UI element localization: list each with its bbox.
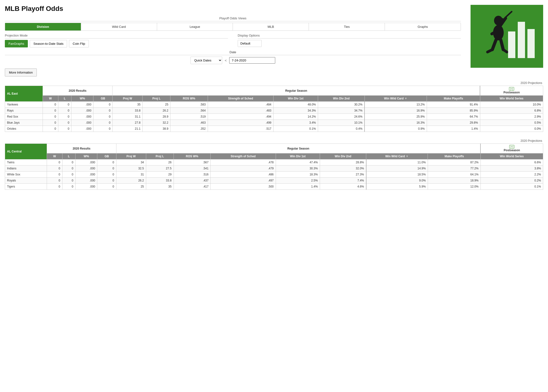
al-central-block: 2020 Projections AL Central 2020 Results… (5, 139, 543, 190)
table-row: Rays00.000033.826.2.564.48334.3%34.7%16.… (5, 108, 543, 114)
tab-division[interactable]: Division (5, 23, 81, 30)
btn-season-to-date[interactable]: Season-to-Date Stats (30, 40, 67, 47)
al-east-division-header: AL East (5, 86, 43, 102)
al-east-postseason-header: [+] Postseason (480, 86, 543, 96)
date-row: Quick Dates < (5, 57, 461, 64)
al-east-block: 2020 Projections AL East 2020 Results Re… (5, 81, 543, 132)
date-input[interactable] (229, 57, 275, 64)
al-east-results-header: 2020 Results (43, 86, 113, 96)
svg-line-10 (487, 50, 492, 52)
al-central-division-header: AL Central (5, 144, 47, 159)
svg-line-12 (503, 50, 507, 52)
tab-league[interactable]: League (157, 23, 233, 30)
col-w: W (43, 96, 58, 102)
al-east-proj-label: 2020 Projections (5, 81, 543, 85)
col-win-ws: Win World Series (480, 96, 543, 102)
col-win-div2: Win Div 2nd (318, 96, 365, 102)
col-win-wc: Win Wild Card ▼ (365, 96, 427, 102)
table-row: Tigers00.00002535.417.5001.4%4.6%5.9%12.… (5, 184, 543, 190)
col-proj-l: Proj L (143, 96, 170, 102)
more-info-button[interactable]: More Information (5, 68, 37, 76)
table-row: Yankees00.00003525.583.48448.0%30.2%13.2… (5, 102, 543, 108)
col-proj-w-c: Proj W (116, 153, 146, 159)
table-row: Blue Jays00.000027.832.2.463.4993.4%10.1… (5, 120, 543, 126)
tab-mlb[interactable]: MLB (233, 23, 309, 30)
col-sos-c: Strength of Sched (211, 153, 276, 159)
al-central-regular-season-header: Regular Season (116, 144, 480, 153)
col-ros-wpct: ROS W% (170, 96, 208, 102)
col-win-div1: Win Div 1st (274, 96, 318, 102)
expand-postseason-btn[interactable]: [+] (509, 87, 514, 91)
page-title: MLB Playoff Odds (5, 5, 461, 13)
display-select[interactable]: Default Expanded Compact (238, 40, 262, 47)
col-wpct: W% (71, 96, 93, 102)
btn-coin-flip[interactable]: Coin Flip (69, 40, 89, 47)
col-ros-wpct-c: ROS W% (174, 153, 211, 159)
col-sos: Strength of Sched (208, 96, 273, 102)
col-w-c: W (47, 153, 62, 159)
playoff-views-label: Playoff Odds Views (5, 16, 461, 21)
al-central-postseason-header: [+] Postseason (480, 144, 543, 153)
al-central-results-header: 2020 Results (47, 144, 116, 153)
quick-dates-select[interactable]: Quick Dates (190, 57, 222, 64)
table-row: Indians00.000032.527.5.541.47930.3%32.0%… (5, 166, 543, 172)
svg-line-7 (505, 12, 512, 18)
view-tabs: Division Wild Card League MLB Ties Graph… (5, 23, 461, 31)
col-proj-l-c: Proj L (146, 153, 174, 159)
col-l-c: L (62, 153, 75, 159)
al-central-table: AL Central 2020 Results Regular Season [… (5, 143, 543, 190)
date-label: Date (5, 50, 461, 55)
table-row: Twins00.00003426.567.47847.4%28.8%11.0%8… (5, 159, 543, 166)
hero-image (471, 5, 543, 68)
page-header: MLB Playoff Odds Playoff Odds Views Divi… (5, 5, 543, 76)
expand-postseason-central-btn[interactable]: [+] (509, 145, 514, 149)
table-row: Red Sox00.000031.128.9.519.49414.2%24.6%… (5, 114, 543, 120)
col-win-div2-c: Win Div 2nd (320, 153, 366, 159)
projection-mode-section: Projection Mode FanGraphs Season-to-Date… (5, 34, 228, 47)
svg-line-11 (501, 40, 503, 50)
date-nav-prev[interactable]: < (225, 59, 227, 62)
tab-graphs[interactable]: Graphs (385, 23, 461, 30)
table-row: Royals00.000026.233.8.437.4972.5%7.4%9.0… (5, 178, 543, 184)
al-east-table: AL East 2020 Results Regular Season [+] … (5, 86, 543, 132)
svg-rect-2 (508, 31, 515, 58)
display-options-section: Display Options Default Expanded Compact (238, 34, 461, 47)
col-win-ws-c: Win World Series (480, 153, 543, 159)
svg-rect-0 (518, 22, 525, 58)
col-l: L (58, 96, 71, 102)
col-make-playoffs: Make Playoffs (427, 96, 480, 102)
col-win-div1-c: Win Div 1st (276, 153, 320, 159)
al-east-regular-season-header: Regular Season (113, 86, 480, 96)
controls-section: Playoff Odds Views Division Wild Card Le… (5, 16, 461, 64)
tab-wildcard[interactable]: Wild Card (81, 23, 157, 30)
table-row: White Sox00.00003129.516.48618.3%27.3%18… (5, 172, 543, 178)
header-left: MLB Playoff Odds Playoff Odds Views Divi… (5, 5, 461, 76)
projection-mode-row: FanGraphs Season-to-Date Stats Coin Flip (5, 40, 228, 47)
btn-fangraphs[interactable]: FanGraphs (5, 40, 28, 47)
col-proj-w: Proj W (113, 96, 143, 102)
col-make-playoffs-c: Make Playoffs (428, 153, 480, 159)
baseball-svg (473, 7, 541, 65)
projection-mode-label: Projection Mode (5, 34, 228, 38)
col-gb: GB (93, 96, 113, 102)
projection-display-row: Projection Mode FanGraphs Season-to-Date… (5, 34, 461, 47)
col-wpct-c: W% (76, 153, 97, 159)
svg-rect-1 (527, 29, 535, 58)
col-gb-c: GB (97, 153, 116, 159)
col-win-wc-c: Win Wild Card ▼ (366, 153, 428, 159)
al-central-proj-label: 2020 Projections (5, 139, 543, 143)
svg-line-9 (492, 40, 496, 50)
tab-ties[interactable]: Ties (309, 23, 385, 30)
table-row: Orioles00.000021.138.9.352.5170.1%0.4%0.… (5, 126, 543, 132)
display-options-label: Display Options (238, 34, 461, 38)
